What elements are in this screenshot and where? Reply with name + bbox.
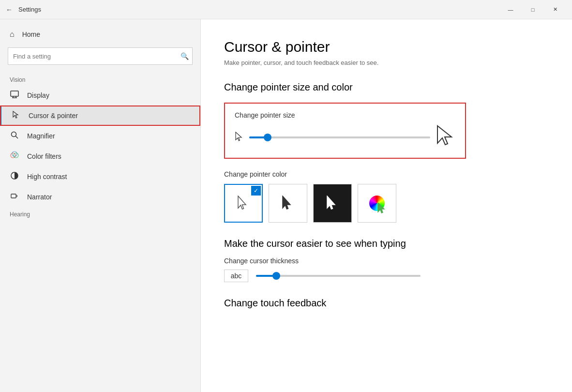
search-input[interactable] (8, 47, 193, 65)
cursor-label: Cursor & pointer (29, 112, 78, 120)
slider-thumb[interactable] (264, 134, 271, 141)
sidebar-item-high-contrast[interactable]: High contrast (0, 166, 200, 187)
narrator-label: Narrator (27, 193, 52, 201)
color-option-black[interactable] (269, 184, 307, 223)
cursor-small-icon (235, 132, 243, 144)
sidebar-home-label: Home (22, 30, 40, 38)
color-filters-label: Color filters (27, 152, 61, 160)
app-body: ⌂ Home 🔍 Vision Display (0, 19, 572, 392)
sidebar-item-home[interactable]: ⌂ Home (0, 25, 200, 44)
svg-point-8 (12, 151, 17, 156)
pointer-size-label: Change pointer size (235, 111, 455, 119)
pointer-color-label: Change pointer color (224, 170, 549, 178)
pointer-size-box: Change pointer size (224, 103, 466, 159)
sidebar-section-hearing: Hearing (0, 207, 200, 220)
svg-line-5 (15, 136, 18, 138)
page-title: Cursor & pointer (224, 39, 549, 55)
search-icon[interactable]: 🔍 (181, 52, 189, 60)
high-contrast-label: High contrast (27, 173, 67, 181)
rainbow-cursor-arrow (377, 202, 388, 214)
titlebar: ← Settings — □ ✕ (0, 0, 572, 19)
sidebar: ⌂ Home 🔍 Vision Display (0, 19, 201, 392)
color-option-inverted[interactable] (313, 184, 352, 223)
sidebar-section-vision: Vision (0, 73, 200, 85)
close-button[interactable]: ✕ (544, 0, 566, 19)
magnifier-label: Magnifier (27, 132, 55, 140)
sidebar-item-narrator[interactable]: Narrator (0, 187, 200, 207)
titlebar-controls: — □ ✕ (499, 0, 566, 19)
cursor-thickness-label: Change cursor thickness (224, 257, 549, 265)
cursor-thickness-row: abc (224, 270, 549, 282)
home-icon: ⌂ (10, 30, 15, 39)
titlebar-title: Settings (18, 6, 41, 13)
sidebar-item-display[interactable]: Display (0, 85, 200, 106)
back-button[interactable]: ← (6, 6, 13, 14)
cursor-text-preview: abc (224, 270, 248, 282)
high-contrast-icon (10, 171, 19, 182)
display-icon (10, 90, 19, 101)
color-options: ✓ (224, 184, 549, 223)
minimize-button[interactable]: — (499, 0, 522, 19)
selected-checkmark: ✓ (251, 186, 261, 196)
color-option-rainbow[interactable] (358, 184, 396, 223)
pointer-size-slider[interactable] (249, 136, 430, 138)
page-subtitle: Make pointer, cursor, and touch feedback… (224, 59, 549, 66)
white-cursor-svg (237, 196, 250, 211)
svg-point-6 (11, 153, 15, 158)
cursor-pointer-icon (11, 110, 21, 121)
svg-rect-0 (11, 91, 18, 96)
svg-rect-12 (11, 194, 16, 198)
narrator-icon (10, 192, 19, 202)
black-cursor-svg (281, 196, 295, 211)
thickness-slider-thumb[interactable] (272, 272, 280, 280)
pointer-size-slider-row (235, 125, 455, 150)
svg-point-7 (14, 153, 18, 158)
color-option-white[interactable]: ✓ (224, 184, 263, 223)
section1-title: Change pointer size and color (224, 82, 549, 93)
cursor-thickness-slider[interactable] (256, 275, 421, 277)
section2-title: Make the cursor easier to see when typin… (224, 238, 549, 249)
magnifier-icon (10, 131, 19, 141)
color-filters-icon (10, 151, 19, 162)
sidebar-item-color-filters[interactable]: Color filters (0, 146, 200, 166)
sidebar-item-magnifier[interactable]: Magnifier (0, 126, 200, 146)
rainbow-overlay (369, 196, 385, 211)
search-container: 🔍 (8, 47, 193, 65)
display-label: Display (27, 91, 49, 99)
sidebar-item-cursor[interactable]: Cursor & pointer (0, 106, 200, 126)
inverted-cursor-svg (326, 196, 339, 211)
cursor-large-icon (436, 125, 455, 150)
content-area: Cursor & pointer Make pointer, cursor, a… (201, 19, 572, 392)
maximize-button[interactable]: □ (522, 0, 544, 19)
section3-title: Change touch feedback (224, 298, 549, 309)
